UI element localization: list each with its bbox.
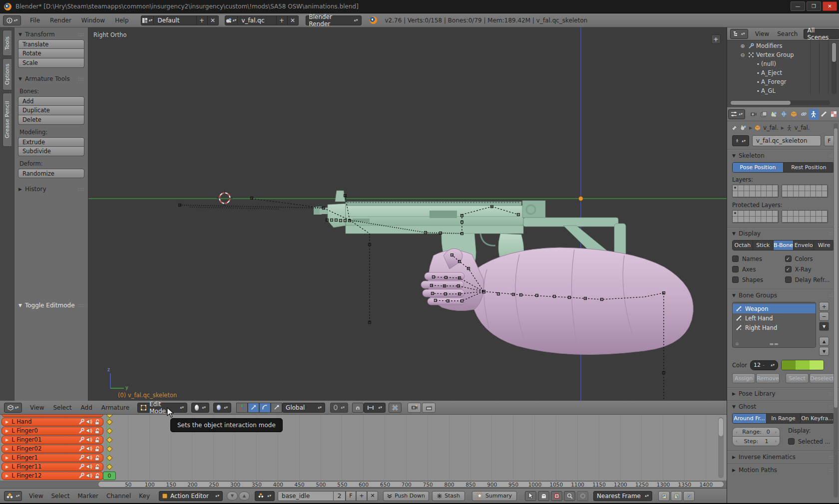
snap-element-selector[interactable]: ▲▼ (364, 403, 386, 413)
pivot-point-selector[interactable]: ▲▼ (213, 403, 231, 413)
magnifier-icon[interactable] (564, 491, 575, 501)
mute-speaker-icon[interactable] (86, 428, 92, 434)
duplicate-bone-button[interactable]: Duplicate (18, 106, 84, 115)
checkbox[interactable] (732, 266, 739, 272)
push-down-button[interactable]: Push Down (383, 491, 429, 501)
lock-icon[interactable] (94, 473, 100, 479)
modifier-wrench-icon[interactable] (78, 419, 84, 425)
layer-cell[interactable] (767, 211, 772, 217)
summary-toggle[interactable]: Summary (472, 491, 517, 501)
ghost-range-spinner[interactable]: ‹Range: 0› (732, 427, 780, 437)
remove-bone-group-button[interactable]: − (819, 312, 829, 321)
menu-key[interactable]: Key (139, 493, 150, 500)
dopesheet-channel-l-finger0[interactable]: ▶ L Finger0 (1, 427, 103, 435)
layer-cell[interactable] (733, 185, 738, 191)
unlink-action-button[interactable]: ✕ (367, 491, 378, 501)
dopesheet-mode-selector[interactable]: Action Editor▲▼ (159, 491, 223, 501)
dopesheet-grid[interactable]: 0 (0, 415, 727, 481)
ghost-on-keyframes[interactable]: On Keyfra... (801, 414, 834, 423)
layer-cell[interactable] (822, 211, 828, 217)
layer-cell[interactable] (738, 211, 744, 217)
panel-header-armature-tools[interactable]: ▼ Armature Tools :::: (14, 73, 88, 84)
checkbox[interactable]: ✓ (785, 255, 792, 262)
lock-icon[interactable] (94, 419, 100, 425)
outliner-scope-selector[interactable]: All Scenes (804, 29, 839, 39)
randomize-button[interactable]: Randomize (18, 169, 84, 178)
layer-cell[interactable] (782, 191, 788, 197)
dopesheet-channel-l-hand[interactable]: ▶ L Hand (1, 418, 103, 426)
action-name-field[interactable]: base_idle (278, 491, 334, 501)
mute-speaker-icon[interactable] (86, 455, 92, 461)
dopesheet-channel-l-finger02[interactable]: ▶ L Finger02 (1, 445, 103, 453)
screen-layout-selector[interactable]: ▲▼ Default + ✕ (141, 15, 219, 25)
layer-cell[interactable] (750, 191, 755, 197)
modifier-wrench-icon[interactable] (78, 473, 84, 479)
tab-options[interactable]: Options (2, 58, 11, 90)
close-button[interactable]: ✕ (823, 1, 837, 11)
layer-cell[interactable] (756, 191, 761, 197)
layer-cell[interactable] (782, 185, 788, 191)
expand-icon[interactable]: ▶ (5, 420, 8, 424)
layer-cell[interactable] (811, 191, 816, 197)
layer-cell[interactable] (822, 185, 828, 191)
bone-group-right-hand[interactable]: Right Hand (733, 323, 816, 332)
add-scene-button[interactable]: + (277, 15, 288, 25)
layer-cell[interactable] (733, 211, 738, 217)
menu-armature[interactable]: Armature (101, 404, 129, 411)
layer-cell[interactable] (822, 191, 828, 197)
tab-world-icon[interactable] (779, 109, 789, 120)
drawtype-bbone[interactable]: B-Bone (774, 241, 794, 250)
panel-header-pose-library[interactable]: ▶ Pose Library :::: (732, 389, 835, 398)
new-action-button[interactable]: + (356, 491, 367, 501)
mute-speaker-icon[interactable] (86, 446, 92, 452)
layer-cell[interactable] (799, 185, 805, 191)
keying-set-selector[interactable]: ▲▼ (255, 491, 275, 501)
open-properties-region-button[interactable]: + (711, 34, 721, 44)
layer-cell[interactable] (773, 211, 778, 217)
bone-group-left-hand[interactable]: Left Hand (733, 313, 816, 323)
menu-marker[interactable]: Marker (78, 493, 98, 500)
panel-header-ghost[interactable]: ▼ Ghost :::: (732, 402, 835, 413)
lock-icon[interactable] (94, 437, 100, 443)
tab-object-icon[interactable] (789, 109, 799, 120)
opengl-render-button[interactable] (408, 403, 421, 413)
properties-vertical-scrollbar[interactable] (834, 123, 838, 498)
tab-render-icon[interactable] (749, 109, 758, 120)
edit-tool-cursor-icon[interactable] (525, 491, 536, 501)
layer-cell[interactable] (805, 217, 811, 223)
assign-button[interactable]: Assign (732, 373, 755, 383)
breadcrumb-data-name[interactable]: v_fal. (795, 124, 810, 131)
deselect-button[interactable]: Deselect (810, 373, 835, 383)
layer-cell[interactable] (822, 217, 828, 223)
panel-header-toggle-editmode[interactable]: ▼ Toggle Editmode :::: (14, 299, 88, 310)
panel-header-inverse-kinematics[interactable]: ▶ Inverse Kinematics :::: (732, 453, 835, 462)
layer-cell[interactable] (750, 211, 755, 217)
layer-cell[interactable] (761, 211, 767, 217)
expander-minus-icon[interactable]: ⊖ (739, 52, 746, 58)
layer-cell[interactable] (816, 185, 822, 191)
scene-selector[interactable]: ▲▼ v_fal.qc + ✕ (225, 15, 299, 25)
breadcrumb-object-name[interactable]: v_fal. (763, 124, 779, 131)
layer-cell[interactable] (761, 217, 767, 223)
layer-cell[interactable] (799, 211, 805, 217)
layer-cell[interactable] (756, 211, 761, 217)
layer-cell[interactable] (756, 217, 761, 223)
outliner-vertical-scrollbar[interactable] (832, 42, 837, 94)
modifier-wrench-icon[interactable] (78, 455, 84, 461)
ghost-in-range[interactable]: In Range (767, 414, 801, 423)
layer-cell[interactable] (767, 191, 772, 197)
render-engine-selector[interactable]: Blender Render▲▼ (306, 15, 362, 25)
tab-render-layers-icon[interactable] (759, 109, 768, 120)
checkbox[interactable] (732, 276, 739, 283)
panel-grip-icon[interactable]: :::: (78, 76, 84, 81)
layer-cell[interactable] (744, 211, 750, 217)
scene-ball-icon[interactable] (740, 125, 747, 131)
panel-header-bone-groups[interactable]: ▼ Bone Groups :::: (732, 291, 835, 302)
modifier-wrench-icon[interactable] (78, 446, 84, 452)
panel-header-display[interactable]: ▼ Display :::: (732, 229, 835, 240)
paste-flipped-icon[interactable] (683, 491, 695, 501)
translate-button[interactable]: Translate (18, 39, 84, 49)
dopesheet-channel-partial[interactable]: ▶ (1, 415, 103, 417)
layer-cell[interactable] (733, 217, 738, 223)
layer-cell[interactable] (782, 217, 788, 223)
